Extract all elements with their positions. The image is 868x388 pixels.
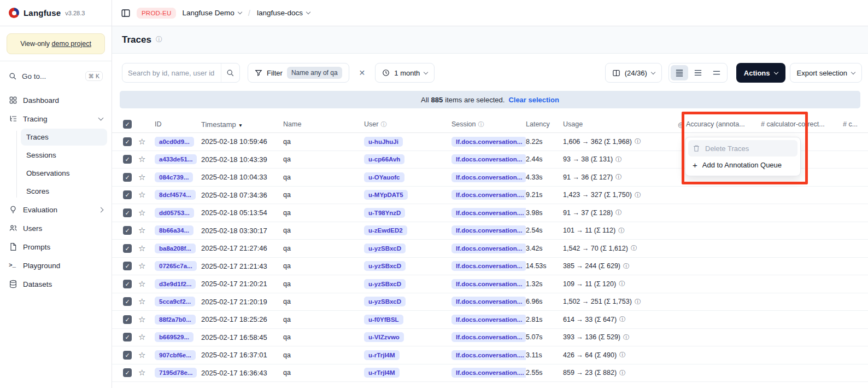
trace-id-badge[interactable]: 7195d78e... — [155, 368, 197, 378]
info-icon[interactable]: ⓘ — [619, 280, 625, 288]
user-id-badge[interactable]: u-f0YfBSL — [364, 315, 403, 325]
user-id-badge[interactable]: u-yzSBxcD — [364, 261, 406, 271]
trace-id-badge[interactable]: 084c739... — [155, 172, 193, 182]
table-row[interactable]: ✓ ☆ dd05753... 2025-02-18 05:13:54 qa u-… — [112, 204, 868, 222]
session-badge[interactable]: lf.docs.conversation... — [451, 172, 526, 182]
user-id-badge[interactable]: u-huJhuJi — [364, 137, 403, 147]
header-user[interactable]: Userⓘ — [364, 120, 451, 129]
export-selection-button[interactable]: Export selection — [790, 63, 863, 83]
row-height-medium-button[interactable] — [689, 65, 707, 80]
table-row[interactable]: ✓ ☆ b669529... 2025-02-17 16:58:45 qa u-… — [112, 329, 868, 347]
star-icon[interactable]: ☆ — [138, 368, 145, 377]
columns-button[interactable]: (24/36) — [605, 63, 662, 83]
sidebar-item-observations[interactable]: Observations — [21, 165, 107, 182]
header-accuracy[interactable]: ◎ Accuracy (annota... — [678, 120, 761, 129]
star-icon[interactable]: ☆ — [138, 261, 145, 270]
row-checkbox[interactable]: ✓ — [123, 155, 132, 164]
info-icon[interactable]: ⓘ — [615, 173, 622, 181]
header-latency[interactable]: Latency — [526, 120, 563, 128]
user-id-badge[interactable]: u-rTrjI4M — [364, 350, 400, 360]
session-badge[interactable]: lf.docs.conversation.... — [451, 208, 526, 218]
table-row[interactable]: ✓ ☆ 8dcf4574... 2025-02-18 07:34:36 qa u… — [112, 187, 868, 205]
row-checkbox[interactable]: ✓ — [123, 190, 132, 199]
row-checkbox[interactable]: ✓ — [123, 137, 132, 146]
sidebar-item-datasets[interactable]: Datasets — [4, 275, 107, 293]
session-badge[interactable]: lf.docs.conversation... — [451, 261, 526, 271]
row-checkbox[interactable]: ✓ — [123, 173, 132, 182]
user-id-badge[interactable]: u-yzSBxcD — [364, 279, 406, 289]
org-switcher[interactable]: Langfuse Demo — [182, 9, 241, 17]
header-calculator-correct[interactable]: # calculator-correct... — [761, 120, 843, 128]
star-icon[interactable]: ☆ — [138, 279, 145, 288]
sidebar-item-evaluation[interactable]: Evaluation — [4, 201, 107, 218]
star-icon[interactable]: ☆ — [138, 332, 145, 341]
session-badge[interactable]: lf.docs.conversation.... — [451, 368, 526, 378]
row-height-small-button[interactable] — [671, 65, 688, 80]
table-row[interactable]: ✓ ☆ 07265c7a... 2025-02-17 21:21:43 qa u… — [112, 258, 868, 276]
project-switcher[interactable]: langfuse-docs — [257, 9, 310, 17]
star-icon[interactable]: ☆ — [138, 137, 145, 146]
row-checkbox[interactable]: ✓ — [123, 244, 132, 253]
sidebar-item-playground[interactable]: >_ Playground — [4, 257, 107, 274]
session-badge[interactable]: lf.docs.conversation... — [451, 332, 526, 342]
info-icon[interactable]: ⓘ — [635, 298, 641, 306]
row-checkbox[interactable]: ✓ — [123, 262, 132, 270]
info-icon[interactable]: ⓘ — [631, 244, 637, 252]
session-badge[interactable]: lf.docs.conversation.... — [451, 190, 526, 200]
session-badge[interactable]: lf.docs.conversation... — [451, 154, 526, 164]
sidebar-item-prompts[interactable]: Prompts — [4, 238, 107, 256]
trace-id-badge[interactable]: dd05753... — [155, 208, 194, 218]
table-row[interactable]: ✓ ☆ 5cca9cf2... 2025-02-17 21:20:19 qa u… — [112, 293, 868, 311]
row-checkbox[interactable]: ✓ — [123, 226, 132, 235]
table-row[interactable]: ✓ ☆ d3e9d1f2... 2025-02-17 21:20:21 qa u… — [112, 275, 868, 293]
header-timestamp[interactable]: Timestamp▼ — [201, 120, 283, 129]
star-icon[interactable]: ☆ — [138, 225, 145, 235]
row-checkbox[interactable]: ✓ — [123, 351, 132, 360]
info-icon[interactable]: ⓘ — [635, 137, 641, 146]
header-usage[interactable]: Usage — [563, 120, 678, 128]
trace-id-badge[interactable]: 5cca9cf2... — [155, 297, 195, 306]
session-badge[interactable]: lf.docs.conversation... — [451, 137, 526, 147]
trace-id-badge[interactable]: 8dcf4574... — [155, 190, 196, 200]
star-icon[interactable]: ☆ — [138, 244, 145, 253]
table-row[interactable]: ✓ ☆ 907cbf6e... 2025-02-17 16:37:01 qa u… — [112, 346, 868, 364]
star-icon[interactable]: ☆ — [138, 190, 145, 199]
row-checkbox[interactable]: ✓ — [123, 280, 132, 288]
row-checkbox[interactable]: ✓ — [123, 315, 132, 324]
trace-id-badge[interactable]: a0cd0d9... — [155, 137, 194, 147]
sidebar-item-tracing[interactable]: Tracing — [4, 110, 107, 128]
clear-selection-link[interactable]: Clear selection — [508, 96, 559, 104]
header-session[interactable]: Sessionⓘ — [451, 120, 526, 129]
table-row[interactable]: ✓ ☆ ba8a208f... 2025-02-17 21:27:46 qa u… — [112, 240, 868, 258]
select-all-checkbox[interactable]: ✓ — [123, 120, 132, 129]
goto-command-button[interactable]: Go to... ⌘ K — [4, 67, 107, 85]
row-height-large-button[interactable] — [708, 65, 725, 80]
star-icon[interactable]: ☆ — [138, 208, 145, 217]
actions-button[interactable]: Actions — [736, 63, 785, 83]
filter-button[interactable]: Filter Name any of qa — [248, 63, 349, 83]
info-icon[interactable]: ⓘ — [635, 191, 641, 199]
user-id-badge[interactable]: u-OYauofc — [364, 172, 404, 182]
session-badge[interactable]: lf.docs.conversation.... — [451, 350, 526, 360]
info-icon[interactable]: ⓘ — [619, 369, 626, 377]
trace-id-badge[interactable]: b669529... — [155, 332, 193, 342]
info-icon[interactable]: ⓘ — [619, 351, 626, 359]
table-row[interactable]: ✓ ☆ 7195d78e... 2025-02-17 16:36:43 qa u… — [112, 364, 868, 383]
trace-id-badge[interactable]: ba8a208f... — [155, 244, 196, 253]
info-icon[interactable]: ⓘ — [156, 35, 162, 44]
user-id-badge[interactable]: u-yzSBxcD — [364, 244, 406, 253]
sidebar-item-users[interactable]: Users — [4, 219, 107, 237]
trace-id-badge[interactable]: 07265c7a... — [155, 261, 197, 271]
trace-id-badge[interactable]: 88f2a7b0... — [155, 315, 196, 325]
info-icon[interactable]: ⓘ — [623, 262, 630, 270]
sidebar-item-scores[interactable]: Scores — [21, 183, 107, 200]
row-checkbox[interactable]: ✓ — [123, 209, 132, 217]
star-icon[interactable]: ☆ — [138, 350, 145, 360]
star-icon[interactable]: ☆ — [138, 154, 145, 164]
trace-id-badge[interactable]: 907cbf6e... — [155, 350, 196, 360]
info-icon[interactable]: ⓘ — [615, 155, 622, 164]
star-icon[interactable]: ☆ — [138, 315, 145, 324]
table-row[interactable]: ✓ ☆ 88f2a7b0... 2025-02-17 18:25:26 qa u… — [112, 311, 868, 329]
search-input[interactable] — [122, 69, 221, 77]
info-icon[interactable]: ⓘ — [615, 209, 622, 217]
